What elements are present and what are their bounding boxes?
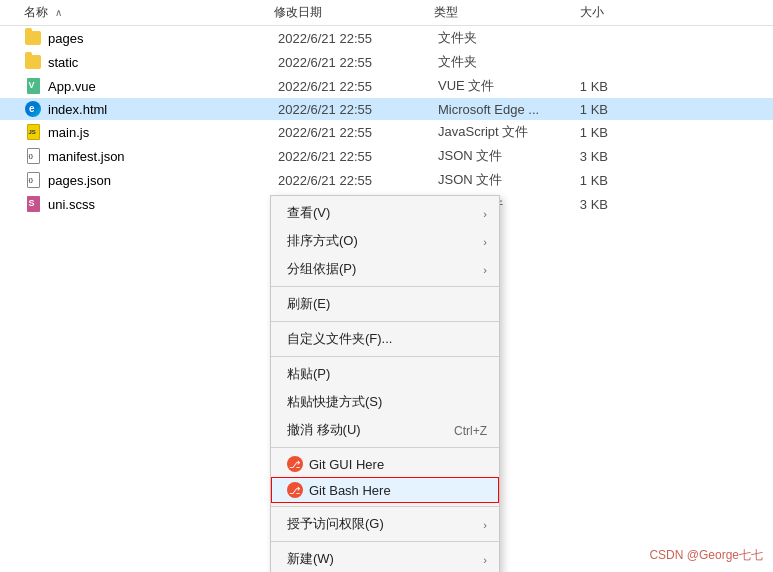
file-date: 2022/6/21 22:55 — [278, 31, 438, 46]
file-name: uni.scss — [48, 197, 278, 212]
menu-separator — [271, 356, 499, 357]
file-date: 2022/6/21 22:55 — [278, 102, 438, 117]
list-item[interactable]: pages 2022/6/21 22:55 文件夹 — [0, 26, 773, 50]
file-name: manifest.json — [48, 149, 278, 164]
list-item[interactable]: manifest.json 2022/6/21 22:55 JSON 文件 3 … — [0, 144, 773, 168]
file-icon-wrapper — [24, 54, 42, 70]
file-size: 3 KB — [568, 149, 628, 164]
menu-item-paste[interactable]: 粘贴(P) — [271, 360, 499, 388]
file-type: 文件夹 — [438, 29, 568, 47]
file-icon-wrapper — [24, 101, 42, 117]
column-size-header[interactable]: 大小 — [564, 4, 624, 21]
menu-item-new[interactable]: 新建(W) › — [271, 545, 499, 572]
file-icon-wrapper — [24, 30, 42, 46]
menu-item-label: 分组依据(P) — [287, 260, 356, 278]
menu-separator — [271, 541, 499, 542]
menu-item-label: 粘贴(P) — [287, 365, 330, 383]
file-list-header: 名称 ∧ 修改日期 类型 大小 — [0, 0, 773, 26]
list-item[interactable]: index.html 2022/6/21 22:55 Microsoft Edg… — [0, 98, 773, 120]
scss-icon — [27, 196, 40, 212]
js-icon — [27, 124, 40, 140]
menu-item-label: 刷新(E) — [287, 295, 330, 313]
file-size: 1 KB — [568, 102, 628, 117]
file-size: 1 KB — [568, 125, 628, 140]
menu-separator — [271, 321, 499, 322]
menu-item-left: 撤消 移动(U) — [287, 421, 361, 439]
file-icon-wrapper — [24, 172, 42, 188]
sort-arrow: ∧ — [55, 7, 62, 18]
submenu-arrow: › — [483, 208, 487, 220]
menu-item-left: 排序方式(O) — [287, 232, 358, 250]
file-name: pages.json — [48, 173, 278, 188]
file-date: 2022/6/21 22:55 — [278, 173, 438, 188]
file-type: Microsoft Edge ... — [438, 102, 568, 117]
menu-separator — [271, 286, 499, 287]
folder-icon — [25, 55, 41, 69]
file-icon-wrapper — [24, 124, 42, 140]
menu-shortcut: Ctrl+Z — [454, 424, 487, 438]
menu-item-label: 粘贴快捷方式(S) — [287, 393, 382, 411]
file-name: main.js — [48, 125, 278, 140]
submenu-arrow: › — [483, 236, 487, 248]
file-name: index.html — [48, 102, 278, 117]
file-type: 文件夹 — [438, 53, 568, 71]
menu-item-view[interactable]: 查看(V) › — [271, 199, 499, 227]
list-item[interactable]: static 2022/6/21 22:55 文件夹 — [0, 50, 773, 74]
file-name: pages — [48, 31, 278, 46]
menu-separator — [271, 506, 499, 507]
menu-item-right: › — [483, 234, 487, 249]
file-date: 2022/6/21 22:55 — [278, 149, 438, 164]
menu-item-left: 新建(W) — [287, 550, 334, 568]
menu-item-left: 分组依据(P) — [287, 260, 356, 278]
folder-icon — [25, 31, 41, 45]
git-icon — [287, 456, 303, 472]
menu-item-label: 授予访问权限(G) — [287, 515, 384, 533]
list-item[interactable]: pages.json 2022/6/21 22:55 JSON 文件 1 KB — [0, 168, 773, 192]
menu-item-git_bash[interactable]: Git Bash Here — [271, 477, 499, 503]
menu-item-right: › — [483, 262, 487, 277]
menu-item-left: Git GUI Here — [287, 456, 384, 472]
menu-item-right: › — [483, 206, 487, 221]
menu-item-label: Git Bash Here — [309, 483, 391, 498]
file-type: JavaScript 文件 — [438, 123, 568, 141]
menu-item-left: Git Bash Here — [287, 482, 391, 498]
menu-item-label: 查看(V) — [287, 204, 330, 222]
json-icon — [27, 172, 40, 188]
file-type: JSON 文件 — [438, 147, 568, 165]
menu-item-git_gui[interactable]: Git GUI Here — [271, 451, 499, 477]
menu-item-left: 授予访问权限(G) — [287, 515, 384, 533]
submenu-arrow: › — [483, 264, 487, 276]
submenu-arrow: › — [483, 554, 487, 566]
menu-item-undo[interactable]: 撤消 移动(U) Ctrl+Z — [271, 416, 499, 444]
file-name: App.vue — [48, 79, 278, 94]
file-type: VUE 文件 — [438, 77, 568, 95]
column-name-header[interactable]: 名称 ∧ — [24, 4, 274, 21]
menu-item-right: › — [483, 552, 487, 567]
menu-item-label: 排序方式(O) — [287, 232, 358, 250]
menu-item-group[interactable]: 分组依据(P) › — [271, 255, 499, 283]
file-icon-wrapper — [24, 196, 42, 212]
menu-item-label: 新建(W) — [287, 550, 334, 568]
menu-item-sort[interactable]: 排序方式(O) › — [271, 227, 499, 255]
menu-item-access[interactable]: 授予访问权限(G) › — [271, 510, 499, 538]
list-item[interactable]: main.js 2022/6/21 22:55 JavaScript 文件 1 … — [0, 120, 773, 144]
menu-item-label: Git GUI Here — [309, 457, 384, 472]
file-explorer: 名称 ∧ 修改日期 类型 大小 pages 2022/6/21 22:55 文件… — [0, 0, 773, 572]
menu-item-refresh[interactable]: 刷新(E) — [271, 290, 499, 318]
file-size: 1 KB — [568, 79, 628, 94]
submenu-arrow: › — [483, 519, 487, 531]
file-size: 1 KB — [568, 173, 628, 188]
menu-item-left: 刷新(E) — [287, 295, 330, 313]
list-item[interactable]: App.vue 2022/6/21 22:55 VUE 文件 1 KB — [0, 74, 773, 98]
git-icon — [287, 482, 303, 498]
menu-item-label: 自定义文件夹(F)... — [287, 330, 392, 348]
menu-item-paste_shortcut[interactable]: 粘贴快捷方式(S) — [271, 388, 499, 416]
file-icon-wrapper — [24, 78, 42, 94]
menu-item-left: 粘贴快捷方式(S) — [287, 393, 382, 411]
menu-item-customize[interactable]: 自定义文件夹(F)... — [271, 325, 499, 353]
file-icon-wrapper — [24, 148, 42, 164]
context-menu: 查看(V) › 排序方式(O) › 分组依据(P) › 刷新(E) — [270, 195, 500, 572]
menu-item-right: Ctrl+Z — [454, 423, 487, 438]
column-date-header[interactable]: 修改日期 — [274, 4, 434, 21]
column-type-header[interactable]: 类型 — [434, 4, 564, 21]
